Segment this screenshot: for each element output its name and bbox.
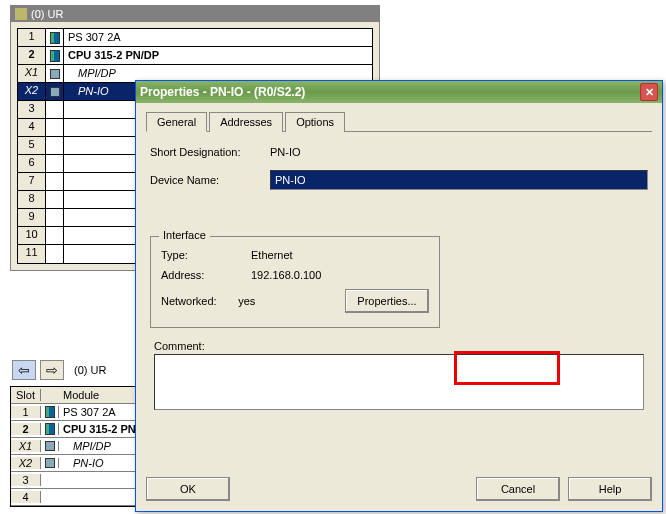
short-designation-value: PN-IO xyxy=(270,146,648,158)
type-value: Ethernet xyxy=(251,249,371,261)
tab-bar: General Addresses Options xyxy=(146,111,652,132)
rack-icon-cell xyxy=(46,65,64,82)
station-icon-cell xyxy=(41,441,59,451)
submodule-icon xyxy=(50,69,60,79)
dialog-titlebar[interactable]: Properties - PN-IO - (R0/S2.2) ✕ xyxy=(136,81,662,103)
rack-icon-cell xyxy=(46,191,64,208)
rack-icon-cell xyxy=(46,47,64,64)
tab-options[interactable]: Options xyxy=(285,112,345,132)
short-designation-label: Short Designation: xyxy=(150,146,270,158)
rack-icon xyxy=(15,8,27,20)
rack-slot-cell: X1 xyxy=(18,65,46,82)
tab-general[interactable]: General xyxy=(146,112,207,132)
type-label: Type: xyxy=(161,249,251,261)
station-slot-cell: 1 xyxy=(11,406,41,418)
address-label: Address: xyxy=(161,269,251,281)
rack-slot-cell: 11 xyxy=(18,245,46,263)
station-slot-cell: 2 xyxy=(11,423,41,435)
rack-slot-cell: 6 xyxy=(18,155,46,172)
module-icon xyxy=(45,406,55,418)
station-icon-cell xyxy=(41,423,59,435)
ok-button[interactable]: OK xyxy=(146,477,230,501)
module-icon xyxy=(45,423,55,435)
properties-dialog: Properties - PN-IO - (R0/S2.2) ✕ General… xyxy=(135,80,663,512)
rack-slot-cell: 3 xyxy=(18,101,46,118)
rack-icon-cell xyxy=(46,101,64,118)
nav-next-button[interactable]: ⇨ xyxy=(40,360,64,380)
rack-slot-cell: 9 xyxy=(18,209,46,226)
rack-slot-cell: X2 xyxy=(18,83,46,100)
rack-slot-cell: 2 xyxy=(18,47,46,64)
station-slot-cell: 4 xyxy=(11,491,41,503)
station-slot-cell: X1 xyxy=(11,440,41,452)
rack-slot-cell: 10 xyxy=(18,227,46,244)
nav-prev-button[interactable]: ⇦ xyxy=(12,360,36,380)
dialog-title-text: Properties - PN-IO - (R0/S2.2) xyxy=(140,85,305,99)
module-icon xyxy=(50,50,60,62)
submodule-icon xyxy=(45,458,55,468)
interface-group-title: Interface xyxy=(159,229,210,241)
rack-icon-cell xyxy=(46,155,64,172)
rack-slot-cell: 4 xyxy=(18,119,46,136)
rack-row[interactable]: 1PS 307 2A xyxy=(18,29,372,47)
networked-value: yes xyxy=(238,295,341,307)
rack-icon-cell xyxy=(46,209,64,226)
col-slot-header: Slot xyxy=(11,389,41,401)
rack-icon-cell xyxy=(46,245,64,263)
rack-icon-cell xyxy=(46,173,64,190)
device-name-label: Device Name: xyxy=(150,174,270,186)
module-icon xyxy=(50,32,60,44)
interface-group: Interface Type: Ethernet Address: 192.16… xyxy=(150,236,440,328)
comment-input[interactable] xyxy=(154,354,644,410)
rack-slot-cell: 1 xyxy=(18,29,46,46)
rack-slot-cell: 5 xyxy=(18,137,46,154)
station-icon-cell xyxy=(41,458,59,468)
rack-slot-cell: 7 xyxy=(18,173,46,190)
rack-icon-cell xyxy=(46,83,64,100)
submodule-icon xyxy=(50,87,60,97)
rack-title-text: (0) UR xyxy=(31,8,63,20)
device-name-input[interactable] xyxy=(270,170,648,190)
submodule-icon xyxy=(45,441,55,451)
networked-label: Networked: xyxy=(161,295,238,307)
address-value: 192.168.0.100 xyxy=(251,269,371,281)
tab-addresses[interactable]: Addresses xyxy=(209,112,283,132)
properties-button[interactable]: Properties... xyxy=(345,289,429,313)
comment-label: Comment: xyxy=(146,336,652,354)
dialog-button-bar: OK Cancel Help xyxy=(146,477,652,501)
cancel-button[interactable]: Cancel xyxy=(476,477,560,501)
station-nav-label: (0) UR xyxy=(74,364,106,376)
rack-icon-cell xyxy=(46,119,64,136)
station-slot-cell: X2 xyxy=(11,457,41,469)
rack-slot-cell: 8 xyxy=(18,191,46,208)
rack-icon-cell xyxy=(46,227,64,244)
close-icon[interactable]: ✕ xyxy=(640,83,658,101)
rack-row[interactable]: 2CPU 315-2 PN/DP xyxy=(18,47,372,65)
rack-label-cell: PS 307 2A xyxy=(64,29,372,46)
station-icon-cell xyxy=(41,406,59,418)
help-button[interactable]: Help xyxy=(568,477,652,501)
dialog-body: General Addresses Options Short Designat… xyxy=(136,103,662,420)
rack-label-cell: CPU 315-2 PN/DP xyxy=(64,47,372,64)
rack-icon-cell xyxy=(46,137,64,154)
station-slot-cell: 3 xyxy=(11,474,41,486)
rack-icon-cell xyxy=(46,29,64,46)
rack-window-title: (0) UR xyxy=(11,6,379,22)
